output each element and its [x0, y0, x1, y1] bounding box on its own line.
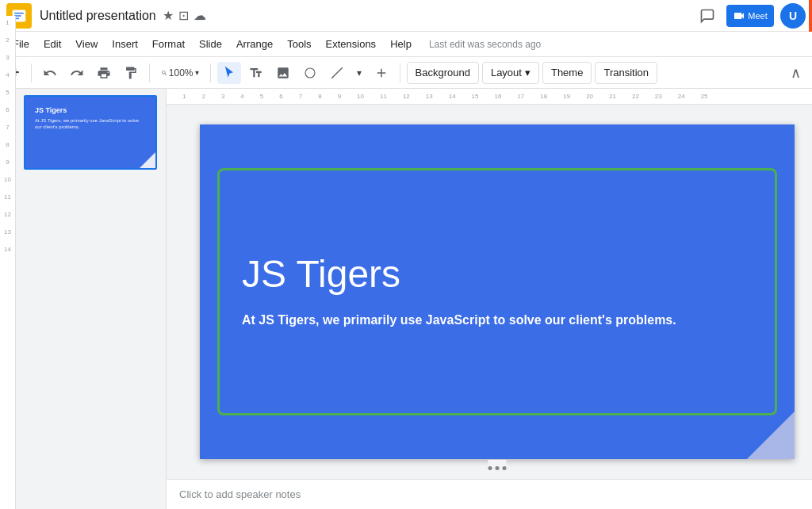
more-tools-button[interactable]: ▾ — [352, 62, 366, 84]
thumb-corner — [140, 152, 155, 168]
top-right-icons: Meet U — [695, 3, 806, 29]
slide-thumbnail-1[interactable]: JS Tigers At JS Tigers, we primarily use… — [24, 95, 157, 170]
slide-item-1[interactable]: 1 JS Tigers At JS Tigers, we primarily u… — [6, 95, 159, 170]
collapse-toolbar-button[interactable]: ∧ — [786, 62, 806, 84]
slide-content-box[interactable]: JS Tigers At JS Tigers, we primarily use… — [217, 168, 777, 415]
slide-canvas-wrapper[interactable]: JS Tigers At JS Tigers, we primarily use… — [182, 105, 812, 479]
slide-subtitle: At JS Tigers, we primarily use JavaScrip… — [242, 311, 753, 330]
transition-button[interactable]: Transition — [595, 62, 657, 84]
ruler-slide-container: 1 2 3 4 5 6 7 8 9 10 11 12 13 14 JS Tige… — [167, 105, 812, 479]
speaker-notes-placeholder: Click to add speaker notes — [179, 488, 301, 500]
menu-slide[interactable]: Slide — [193, 35, 228, 53]
title-icons: ★ ⊡ ☁ — [163, 8, 206, 23]
canvas-area: 1 2 3 4 5 6 7 8 9 10 11 12 13 14 15 16 1… — [167, 89, 812, 509]
dot-1 — [488, 466, 492, 470]
notification-bar — [809, 0, 812, 32]
comments-icon[interactable] — [695, 3, 720, 29]
ruler-mark: 17 — [517, 93, 524, 100]
thumb-title: JS Tigers — [35, 106, 67, 114]
ruler-mark: 11 — [380, 93, 387, 100]
image-tool[interactable] — [271, 62, 295, 84]
ruler-mark: 4 — [240, 93, 243, 100]
zoom-value: 100% — [169, 67, 193, 78]
speaker-notes[interactable]: Click to add speaker notes — [167, 479, 812, 509]
last-edit-status: Last edit was seconds ago — [429, 39, 541, 50]
ruler-mark: 6 — [279, 93, 282, 100]
menu-tools[interactable]: Tools — [281, 35, 317, 53]
zoom-button[interactable]: 100% ▾ — [156, 62, 204, 84]
shape-tool[interactable] — [298, 62, 322, 84]
meet-icon[interactable]: Meet — [726, 5, 774, 27]
layout-arrow-icon: ▾ — [525, 67, 530, 78]
ruler-mark: 24 — [678, 93, 685, 100]
menu-arrange[interactable]: Arrange — [230, 35, 279, 53]
toolbar-right: ∧ — [786, 62, 806, 84]
menu-format[interactable]: Format — [146, 35, 191, 53]
redo-button[interactable] — [65, 62, 89, 84]
svg-line-5 — [331, 67, 343, 78]
theme-button[interactable]: Theme — [542, 62, 592, 84]
slide-navigation-dots — [488, 460, 507, 476]
toolbar-divider-3 — [210, 63, 211, 82]
menu-edit[interactable]: Edit — [37, 35, 67, 53]
main-layout: 1 JS Tigers At JS Tigers, we primarily u… — [0, 89, 812, 509]
dot-2 — [496, 466, 500, 470]
undo-button[interactable] — [38, 62, 62, 84]
slide-panel: 1 JS Tigers At JS Tigers, we primarily u… — [0, 89, 167, 509]
star-icon[interactable]: ★ — [163, 8, 174, 23]
ruler-mark: 20 — [586, 93, 593, 100]
toolbar-divider-1 — [31, 63, 32, 82]
background-button[interactable]: Background — [407, 62, 479, 84]
ruler-mark: 16 — [495, 93, 502, 100]
ruler-top: 1 2 3 4 5 6 7 8 9 10 11 12 13 14 15 16 1… — [167, 89, 812, 105]
ruler-mark: 1 — [182, 93, 186, 100]
menu-bar: File Edit View Insert Format Slide Arran… — [0, 32, 812, 57]
ruler-mark: 5 — [260, 93, 263, 100]
svg-rect-1 — [14, 12, 24, 13]
menu-insert[interactable]: Insert — [105, 35, 144, 53]
print-button[interactable] — [92, 62, 116, 84]
ruler-mark: 12 — [403, 93, 410, 100]
ruler-mark: 2 — [201, 93, 205, 100]
meet-label: Meet — [748, 11, 767, 21]
format-paint-button[interactable] — [119, 62, 143, 84]
toolbar-divider-4 — [400, 63, 400, 82]
toolbar: + 100% ▾ ▾ Background Layout ▾ — [0, 57, 812, 89]
menu-view[interactable]: View — [69, 35, 104, 53]
ruler-mark: 13 — [426, 93, 433, 100]
insert-link-button[interactable] — [370, 62, 393, 84]
cursor-tool[interactable] — [217, 62, 241, 84]
ruler-mark: 8 — [318, 93, 321, 100]
line-tool[interactable] — [325, 62, 349, 84]
presentation-title[interactable]: Untitled presentation — [40, 9, 156, 23]
slide-canvas[interactable]: JS Tigers At JS Tigers, we primarily use… — [200, 124, 795, 459]
ruler-mark: 3 — [221, 93, 224, 100]
ruler-mark: 23 — [655, 93, 662, 100]
slide-title: JS Tigers — [242, 254, 753, 296]
title-bar: Untitled presentation ★ ⊡ ☁ Meet U — [0, 0, 812, 32]
slide-corner-decoration — [747, 411, 795, 459]
text-box-tool[interactable] — [244, 62, 268, 84]
thumb-text: At JS Tigers, we primarily use JavaScrip… — [35, 117, 146, 131]
cloud-icon[interactable]: ☁ — [193, 8, 206, 23]
ruler-mark: 14 — [449, 93, 456, 100]
ruler-mark: 9 — [338, 93, 341, 100]
ruler-mark: 19 — [563, 93, 570, 100]
ruler-mark: 21 — [609, 93, 616, 100]
ruler-mark: 7 — [299, 93, 302, 100]
toolbar-divider-2 — [149, 63, 150, 82]
folder-icon[interactable]: ⊡ — [178, 8, 189, 23]
ruler-mark: 15 — [472, 93, 479, 100]
menu-help[interactable]: Help — [384, 35, 418, 53]
user-avatar[interactable]: U — [780, 3, 806, 29]
dot-3 — [503, 466, 507, 470]
layout-button[interactable]: Layout ▾ — [482, 62, 539, 84]
svg-point-4 — [305, 68, 315, 78]
ruler-mark: 25 — [701, 93, 708, 100]
ruler-mark: 18 — [540, 93, 547, 100]
slide-corner-inner — [747, 411, 795, 459]
ruler-mark: 22 — [632, 93, 639, 100]
menu-extensions[interactable]: Extensions — [320, 35, 383, 53]
ruler-mark: 10 — [357, 93, 364, 100]
